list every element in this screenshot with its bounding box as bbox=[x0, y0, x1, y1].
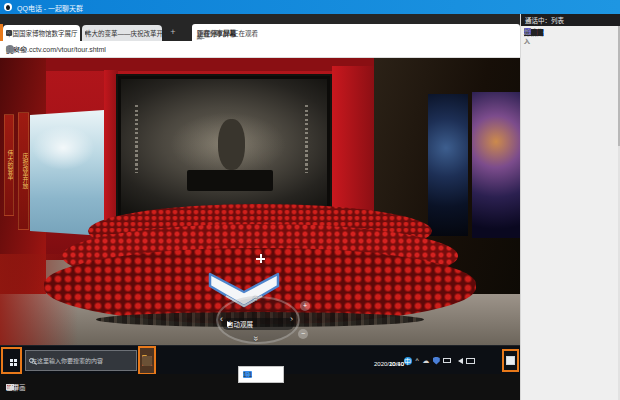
window-titlebar: QQ电话 - 一起聊天群 bbox=[0, 0, 620, 14]
search-input[interactable] bbox=[29, 357, 111, 365]
window-title: QQ电话 - 一起聊天群 bbox=[17, 3, 83, 13]
pan-down-icon[interactable]: » bbox=[251, 336, 260, 341]
virtual-tour-viewport[interactable]: 伟大的变革 庆祝改革开放 bbox=[0, 58, 520, 345]
tab-exhibition[interactable]: 伟大的变革——庆祝改革开… × bbox=[82, 25, 162, 41]
member-list: 刘海✓司明宛臣峰郭地丞陈旭宝依虹子清聚书瑶刘晋宇刘娜海威王宇许洪国张建国张天宝郑… bbox=[521, 26, 618, 400]
scene-historic-photo bbox=[121, 79, 327, 221]
scene-banner: 伟大的变革 bbox=[4, 114, 14, 216]
action-center-button[interactable] bbox=[502, 349, 519, 372]
onedrive-icon[interactable]: ☁ bbox=[422, 357, 429, 365]
taskbar-icon-qq-pinned[interactable] bbox=[138, 346, 156, 375]
screen: QQ电话 - 一起聊天群 中国国家博物馆数字展厅 × 伟大的变革——庆祝改革开…… bbox=[0, 0, 620, 400]
qq-pinned-icon bbox=[142, 356, 152, 366]
qq-logo-icon bbox=[4, 3, 12, 11]
photo-vertical-text bbox=[305, 105, 308, 173]
photo-figure bbox=[218, 119, 245, 170]
volume-icon[interactable] bbox=[455, 358, 463, 364]
qq-call-panel: 通话中：列表 × 刘海✓司明宛臣峰郭地丞陈旭宝依虹子清聚书瑶刘晋宇刘娜海威王宇许… bbox=[520, 14, 620, 400]
panel-close-icon[interactable]: × bbox=[525, 16, 530, 25]
photo-table bbox=[187, 170, 274, 191]
member-row[interactable]: 米豹待加入 bbox=[521, 26, 527, 37]
scene-projection-screen bbox=[116, 74, 332, 226]
start-button[interactable] bbox=[1, 347, 22, 374]
ime-indicator[interactable]: 中 bbox=[404, 356, 411, 366]
mouse-cursor bbox=[256, 254, 265, 263]
display-icon[interactable] bbox=[466, 358, 475, 364]
auto-tour-label: 自动观展 bbox=[227, 319, 253, 329]
tab-close-icon[interactable]: × bbox=[6, 29, 11, 37]
photo-vertical-text bbox=[135, 105, 138, 173]
share-viewers[interactable]: 隐藏,等17人正在观看 bbox=[197, 28, 258, 38]
new-tab-button[interactable]: + bbox=[167, 25, 179, 39]
scene-red-beam bbox=[44, 58, 374, 71]
browser-tabstrip: 中国国家博物馆数字展厅 × 伟大的变革——庆祝改革开… × + 正在分享屏幕 0… bbox=[0, 14, 520, 41]
scene-space-artwork bbox=[472, 92, 520, 238]
clock-date: 2020/10/10 bbox=[374, 361, 404, 368]
waiting-status: 待加入 bbox=[524, 26, 530, 45]
taskbar-search[interactable] bbox=[25, 350, 137, 371]
system-tray: ^☁ 中 20:40 2020/10/10 bbox=[404, 346, 475, 375]
pan-up-icon[interactable]: » bbox=[251, 296, 260, 301]
windows-logo-icon bbox=[10, 359, 13, 362]
zoom-out-button[interactable]: − bbox=[298, 329, 308, 339]
browser-window: 中国国家博物馆数字展厅 × 伟大的变革——庆祝改革开… × + 正在分享屏幕 0… bbox=[0, 14, 520, 345]
qq-share-toolbar: 正在分享屏幕 00:06:57 隐藏,等17人正在观看 — □ × bbox=[192, 24, 520, 41]
chevron-up-icon[interactable]: ^ bbox=[416, 357, 419, 365]
scene-led-screen bbox=[30, 110, 104, 236]
pip-label: 画中画 bbox=[6, 382, 26, 392]
scene-banner: 庆祝改革开放 bbox=[18, 112, 29, 230]
browser-menu-icon[interactable]: ⋮ bbox=[6, 45, 13, 53]
tab-close-icon[interactable]: × bbox=[85, 29, 90, 37]
call-panel-title: 通话中：列表 bbox=[525, 15, 564, 25]
auto-tour-button[interactable]: 自动观展 bbox=[222, 318, 294, 330]
zoom-ratio-label: 1:1 bbox=[243, 371, 252, 378]
notification-icon bbox=[506, 356, 515, 365]
url-text[interactable]: ggkf40.cctv.com/vtour/tour.shtml bbox=[6, 46, 106, 53]
zoom-ratio-tooltip: 1:1 bbox=[238, 366, 284, 383]
defender-icon[interactable] bbox=[433, 357, 440, 365]
browser-addressbar[interactable]: ← → ⟳ ▲ 不安全 | ggkf40.cctv.com/vtour/tour… bbox=[0, 41, 520, 58]
battery-icon[interactable] bbox=[443, 358, 451, 363]
panorama-nav-pad[interactable]: » » ‹ › + − 自动观展 bbox=[208, 296, 312, 345]
zoom-in-button[interactable]: + bbox=[300, 301, 310, 311]
call-panel-header: 通话中：列表 × bbox=[521, 14, 620, 26]
tab-title: 伟大的变革——庆祝改革开… bbox=[85, 28, 162, 38]
scene-space-artwork bbox=[428, 94, 468, 236]
tab-museum[interactable]: 中国国家博物馆数字展厅 × bbox=[3, 25, 80, 41]
tab-title: 中国国家博物馆数字展厅 bbox=[6, 28, 78, 38]
